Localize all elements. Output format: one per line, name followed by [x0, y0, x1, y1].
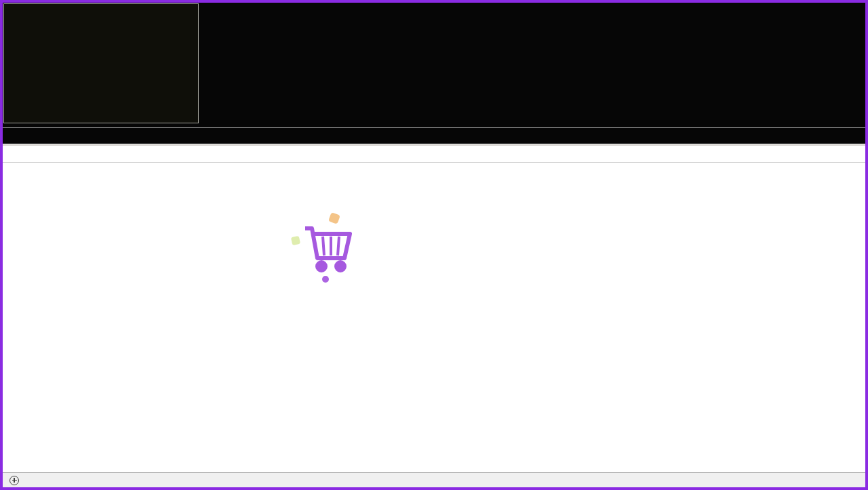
chart-time-axis[interactable] — [3, 127, 865, 144]
ea-info-panel — [3, 3, 199, 123]
price-chart[interactable] — [3, 3, 865, 127]
mt5-window — [0, 0, 868, 490]
trade-history-table — [3, 146, 865, 472]
account-status-bar — [3, 472, 865, 487]
table-body — [3, 163, 865, 472]
table-header-row — [3, 146, 865, 163]
plus-circle-icon — [9, 476, 19, 485]
